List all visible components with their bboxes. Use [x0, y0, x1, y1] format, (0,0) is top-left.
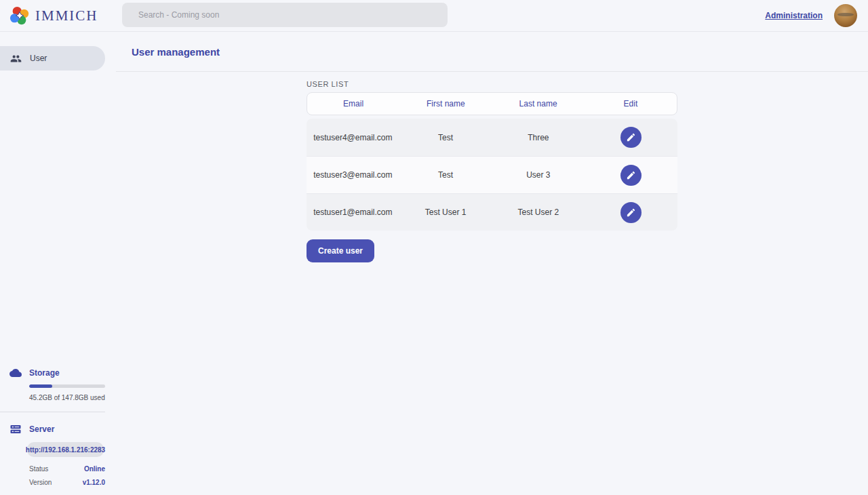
cell-email: testuser1@email.com [307, 207, 399, 217]
edit-user-button[interactable] [620, 165, 642, 186]
search-bar[interactable] [122, 3, 448, 27]
user-table: testuser4@email.com Test Three testuser3… [307, 119, 677, 231]
sidebar: User Storage 45.2GB of 147.8GB used [0, 32, 116, 495]
server-icon [9, 423, 22, 435]
column-edit: Edit [585, 99, 677, 108]
storage-section-header: Storage [0, 367, 116, 379]
page-title: User management [132, 46, 220, 58]
version-label: Version [29, 479, 52, 486]
cell-first-name: Test [399, 133, 492, 142]
main-area: User management USER LIST Email First na… [116, 32, 868, 495]
cell-email: testuser3@email.com [307, 170, 399, 180]
server-title: Server [29, 424, 54, 434]
sidebar-item-label: User [30, 54, 47, 63]
cloud-icon [9, 367, 22, 379]
top-bar: IMMICH Administration [0, 0, 868, 32]
server-version-row: Version v1.12.0 [29, 479, 105, 486]
status-value: Online [84, 465, 105, 473]
create-user-button[interactable]: Create user [307, 239, 374, 262]
app-title: IMMICH [35, 7, 98, 24]
edit-user-button[interactable] [620, 127, 642, 148]
edit-user-button[interactable] [620, 202, 642, 223]
table-header: Email First name Last name Edit [307, 92, 677, 115]
cell-last-name: User 3 [492, 170, 585, 180]
pencil-icon [626, 207, 636, 218]
cell-first-name: Test User 1 [399, 207, 492, 217]
server-url: http://192.168.1.216:2283 [26, 446, 105, 454]
table-row: testuser1@email.com Test User 1 Test Use… [307, 193, 677, 231]
status-label: Status [29, 465, 48, 473]
version-value: v1.12.0 [83, 479, 105, 486]
column-email: Email [307, 99, 399, 108]
column-last-name: Last name [492, 99, 585, 108]
cell-last-name: Three [492, 133, 585, 142]
storage-usage-text: 45.2GB of 147.8GB used [29, 394, 116, 401]
cell-first-name: Test [399, 170, 492, 180]
cell-last-name: Test User 2 [492, 207, 585, 217]
sidebar-status-panel: Storage 45.2GB of 147.8GB used [0, 367, 116, 495]
storage-title: Storage [29, 368, 60, 378]
column-first-name: First name [399, 99, 492, 108]
sidebar-divider [0, 412, 105, 412]
server-section-header: Server [0, 423, 116, 435]
storage-progress-fill [29, 384, 52, 388]
immich-flower-icon [9, 5, 30, 26]
user-avatar[interactable] [834, 4, 857, 27]
storage-progress-bar [29, 384, 105, 388]
administration-link[interactable]: Administration [765, 11, 823, 20]
server-url-badge: http://192.168.1.216:2283 [27, 442, 104, 457]
user-list-label: USER LIST [307, 80, 677, 88]
table-row: testuser4@email.com Test Three [307, 119, 677, 156]
title-bar: User management [116, 32, 868, 72]
table-row: testuser3@email.com Test User 3 [307, 156, 677, 193]
app-logo[interactable]: IMMICH [0, 5, 98, 26]
pencil-icon [626, 132, 636, 142]
users-icon [10, 53, 22, 64]
cell-email: testuser4@email.com [307, 133, 399, 142]
search-input[interactable] [122, 3, 448, 27]
sidebar-item-user[interactable]: User [0, 46, 105, 71]
server-status-row: Status Online [29, 465, 105, 473]
pencil-icon [626, 170, 636, 180]
